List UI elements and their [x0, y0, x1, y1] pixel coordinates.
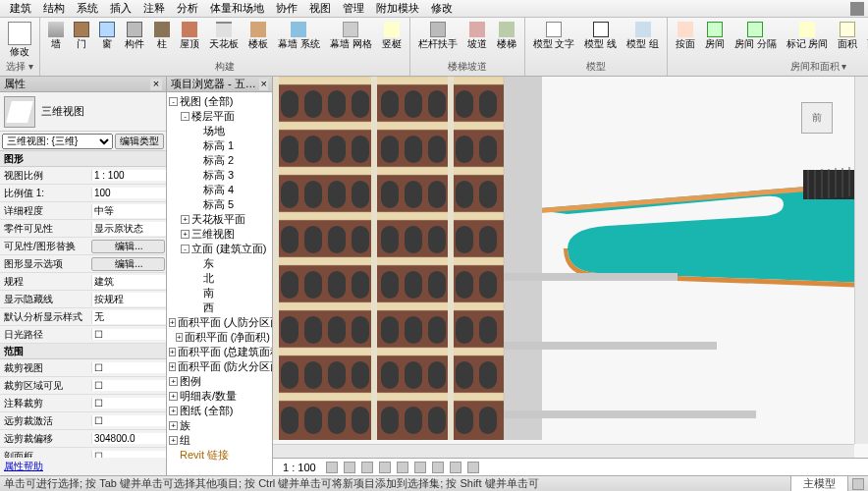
property-list[interactable]: 图形视图比例1 : 100比例值 1:100详细程度中等零件可见性显示原状态可见… [0, 151, 166, 458]
ribbon-btn-面积[interactable]: 面积 [834, 20, 861, 51]
menu-体量和场地[interactable]: 体量和场地 [204, 1, 270, 16]
ribbon-btn-模型组[interactable]: 模型 组 [623, 20, 663, 51]
menu-管理[interactable]: 管理 [337, 1, 370, 16]
prop-row[interactable]: 视图比例1 : 100 [0, 167, 166, 185]
view-cube-face[interactable]: 前 [801, 102, 833, 134]
tree-node[interactable]: 北 [169, 271, 270, 286]
expand-icon[interactable]: + [169, 348, 176, 356]
tree-node[interactable]: 标高 3 [169, 168, 270, 183]
ribbon-btn-楼板[interactable]: 楼板 [244, 20, 272, 51]
prop-value[interactable]: 100 [91, 188, 166, 198]
prop-row[interactable]: 规程建筑 [0, 273, 166, 291]
prop-value[interactable]: ☐ [91, 415, 166, 426]
ribbon-btn-模型文字[interactable]: 模型 文字 [529, 20, 579, 51]
expand-icon[interactable]: + [169, 421, 178, 430]
prop-value[interactable]: 按规程 [91, 293, 166, 306]
tree-node[interactable]: 场地 [169, 124, 270, 138]
menu-修改[interactable]: 修改 [425, 1, 459, 16]
prop-row[interactable]: 剖面框☐ [0, 448, 166, 458]
ribbon-btn-墙[interactable]: 墙 [44, 20, 68, 51]
ribbon-btn-竖梃[interactable]: 竖梃 [378, 20, 406, 51]
tree-node[interactable]: 标高 2 [169, 153, 270, 168]
tree-node[interactable]: 标高 5 [169, 197, 270, 212]
prop-row[interactable]: 裁剪视图☐ [0, 359, 166, 377]
render-icon[interactable] [397, 462, 408, 473]
ribbon-btn-天花板[interactable]: 天花板 [205, 20, 243, 51]
tree-node[interactable]: +面积平面 (总建筑面积) [169, 345, 270, 359]
ribbon-btn-模型线[interactable]: 模型 线 [580, 20, 621, 51]
expand-icon[interactable]: + [176, 333, 183, 342]
tree-node[interactable]: -视图 (全部) [169, 94, 270, 109]
expand-icon[interactable]: + [181, 215, 190, 224]
prop-row[interactable]: 零件可见性显示原状态 [0, 220, 166, 238]
ribbon-btn-幕墙系统[interactable]: 幕墙 系统 [274, 20, 324, 51]
tree-node[interactable]: +面积平面 (净面积) [169, 330, 270, 345]
ribbon-btn-楼梯[interactable]: 楼梯 [493, 20, 520, 51]
prop-value[interactable]: 编辑... [91, 257, 165, 271]
project-tree[interactable]: -视图 (全部)-楼层平面场地标高 1标高 2标高 3标高 4标高 5+天花板平… [167, 92, 272, 475]
menu-结构[interactable]: 结构 [37, 1, 71, 16]
expand-icon[interactable]: + [169, 318, 176, 327]
tree-node[interactable]: +明细表/数量 [169, 389, 270, 404]
prop-row[interactable]: 裁剪区域可见☐ [0, 377, 166, 395]
ribbon-btn-幕墙网格[interactable]: 幕墙 网格 [326, 20, 376, 51]
prop-row[interactable]: 远剪裁偏移304800.0 [0, 430, 166, 448]
expand-icon[interactable]: - [181, 112, 190, 121]
scrollbar-horizontal[interactable] [273, 444, 854, 458]
hide-isolate-icon[interactable] [450, 462, 461, 473]
prop-value[interactable]: ☐ [91, 329, 166, 340]
prop-value[interactable]: ☐ [91, 451, 166, 458]
visual-style-icon[interactable] [344, 462, 355, 473]
tree-node[interactable]: 南 [169, 286, 270, 300]
ribbon-btn-按面[interactable]: 按面 [672, 20, 699, 51]
prop-row[interactable]: 远剪裁激活☐ [0, 412, 166, 430]
ribbon-btn-柱[interactable]: 柱 [150, 20, 174, 51]
view-cube[interactable]: 前 [795, 96, 839, 139]
ribbon-btn-栏杆扶手[interactable]: 栏杆扶手 [414, 20, 461, 51]
prop-value[interactable]: ☐ [91, 362, 166, 373]
prop-row[interactable]: 日光路径☐ [0, 326, 166, 344]
instance-select[interactable]: 三维视图: {三维} [2, 134, 113, 149]
prop-value[interactable]: 显示原状态 [91, 222, 166, 236]
prop-value[interactable]: ☐ [91, 398, 166, 409]
tree-node[interactable]: 西 [169, 300, 270, 315]
sun-path-icon[interactable] [361, 462, 373, 473]
ribbon-btn-标记房间[interactable]: 标记 房间 [783, 20, 833, 51]
menu-协作[interactable]: 协作 [270, 1, 303, 16]
status-icon[interactable] [852, 478, 864, 490]
view-scale[interactable]: 1 : 100 [279, 462, 320, 473]
detail-level-icon[interactable] [326, 462, 338, 473]
tree-node[interactable]: 标高 4 [169, 183, 270, 197]
tree-node[interactable]: Revit 链接 [169, 448, 270, 463]
tree-node[interactable]: 标高 1 [169, 138, 270, 153]
prop-value[interactable]: 304800.0 [91, 433, 166, 444]
prop-value[interactable]: 1 : 100 [91, 170, 166, 181]
expand-icon[interactable]: + [169, 436, 178, 445]
menu-视图[interactable]: 视图 [303, 1, 337, 16]
tree-node[interactable]: +组 [169, 433, 270, 448]
ribbon-btn-面积边界[interactable]: 面积 边界 [863, 20, 868, 51]
tree-node[interactable]: +天花板平面 [169, 212, 270, 227]
expand-icon[interactable]: - [169, 97, 178, 106]
prop-category[interactable]: 范围 [0, 344, 166, 359]
prop-value[interactable]: 编辑... [91, 240, 165, 253]
expand-icon[interactable]: + [169, 362, 176, 371]
ribbon-btn-房间分隔[interactable]: 房间 分隔 [731, 20, 781, 51]
tree-node[interactable]: -立面 (建筑立面) [169, 242, 270, 256]
expand-icon[interactable]: - [181, 245, 190, 253]
expand-icon[interactable]: + [169, 377, 178, 386]
crop-region-icon[interactable] [432, 462, 444, 473]
tree-node[interactable]: +族 [169, 418, 270, 433]
menu-系统[interactable]: 系统 [71, 1, 104, 16]
help-icon[interactable] [850, 2, 864, 16]
tree-node[interactable]: +图纸 (全部) [169, 404, 270, 418]
menu-分析[interactable]: 分析 [171, 1, 204, 16]
close-icon[interactable]: × [259, 79, 268, 90]
shadows-icon[interactable] [379, 462, 391, 473]
ribbon-btn-构件[interactable]: 构件 [121, 20, 148, 51]
menu-注释[interactable]: 注释 [137, 1, 171, 16]
prop-row[interactable]: 详细程度中等 [0, 202, 166, 220]
model-canvas[interactable] [273, 77, 868, 469]
expand-icon[interactable]: + [169, 392, 178, 401]
prop-row[interactable]: 比例值 1:100 [0, 185, 166, 202]
